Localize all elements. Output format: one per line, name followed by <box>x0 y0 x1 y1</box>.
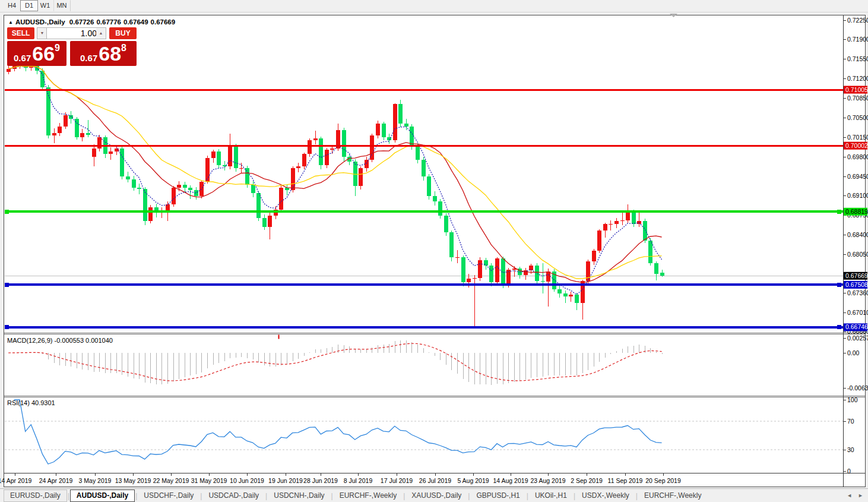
level-handle[interactable] <box>5 325 9 329</box>
tab-eurchf-weekly[interactable]: EURCHF-,Weekly <box>638 490 707 501</box>
candle-body <box>268 216 272 227</box>
candle-body <box>217 151 221 165</box>
tab-scroll-arrows: ◄ ► <box>847 492 863 498</box>
candle-body <box>302 154 306 166</box>
tab-audusd-daily[interactable]: AUDUSD-,Daily <box>70 490 135 502</box>
candle-body <box>376 124 380 136</box>
level-handle[interactable] <box>837 283 841 287</box>
sell-price-main: 66 <box>32 42 55 65</box>
candle-body <box>648 241 652 263</box>
date-label: 14 Apr 2019 <box>0 477 31 484</box>
sell-price-pipette: 9 <box>55 43 60 53</box>
tab-gbpusd-h1[interactable]: GBPUSD-,H1 <box>470 490 525 501</box>
tab-ukoil-h1[interactable]: UKOil-,H1 <box>529 490 573 501</box>
candle-body <box>245 168 249 185</box>
date-label: 28 Jun 2019 <box>303 477 338 484</box>
candle-body <box>256 193 261 218</box>
macd-axis-label: -0.006326 <box>847 384 868 392</box>
tab-scroll-right-icon[interactable]: ► <box>858 492 863 498</box>
sell-price-prefix: 0.67 <box>14 53 31 63</box>
candle-body <box>603 224 607 231</box>
date-label: 10 Jun 2019 <box>230 477 264 484</box>
volume-input[interactable]: 1.00 <box>46 27 99 39</box>
price-tick-label: 0.69450 <box>847 173 868 180</box>
symbol-tab-bar: EURUSD-,Daily|AUDUSD-,Daily|USDCHF-,Dail… <box>0 488 868 502</box>
ohlc-low: 0.67649 <box>123 18 148 26</box>
candle-body <box>416 146 420 159</box>
candle-body <box>137 188 141 189</box>
price-tick-label: 0.72250 <box>847 17 868 24</box>
date-label: 23 Aug 2019 <box>531 477 566 484</box>
candle-body <box>58 127 62 133</box>
trading-platform-window: { "toolbar": {"timeframes": ["H4", "D1",… <box>0 0 868 502</box>
level-handle[interactable] <box>837 325 841 329</box>
volume-increase-button[interactable]: ▲ <box>96 27 106 39</box>
rsi-indicator-label: RSI(14) 40.9301 <box>7 399 55 406</box>
candle-body <box>291 168 295 191</box>
candle-body <box>404 124 408 127</box>
sell-button[interactable]: SELL <box>7 27 34 39</box>
candle-body <box>620 220 625 221</box>
autoscroll-icon[interactable] <box>670 14 677 17</box>
tab-usdcnh-daily[interactable]: USDCNH-,Daily <box>268 490 330 501</box>
price-tick-label: 0.68050 <box>847 251 868 258</box>
chart-canvas[interactable]: 0.722500.719000.715500.712000.708500.705… <box>0 0 868 502</box>
candle-body <box>495 258 499 282</box>
tab-usdchf-daily[interactable]: USDCHF-,Daily <box>138 490 199 501</box>
date-label: 24 Apr 2019 <box>39 477 73 484</box>
candle-body <box>467 279 471 283</box>
candle-body <box>148 207 153 221</box>
candle-body <box>478 260 482 278</box>
price-tick-label: 0.70500 <box>847 114 868 121</box>
price-tick-label: 0.71200 <box>847 75 868 82</box>
macd-axis-label: 0.00 <box>847 349 860 356</box>
candle-body <box>382 124 386 137</box>
candle-body <box>228 146 232 166</box>
candle-body <box>597 231 601 251</box>
candle-body <box>120 149 124 176</box>
candle-body <box>398 104 403 124</box>
tab-usdcad-daily[interactable]: USDCAD-,Daily <box>202 490 265 501</box>
candle-body <box>172 188 176 204</box>
buy-price-display[interactable]: 0.67688 <box>70 41 137 66</box>
price-tick-label: 0.67010 <box>847 309 868 316</box>
candle-body <box>575 295 579 303</box>
macd-panel: 0.0025740.00-0.006326 <box>8 334 868 392</box>
tab-eurchf-weekly[interactable]: EURCHF-,Weekly <box>334 490 403 501</box>
rsi-axis-label: 70 <box>847 418 854 425</box>
candle-body <box>489 266 493 282</box>
candle-body <box>438 201 442 215</box>
level-handle[interactable] <box>5 283 9 287</box>
candle-body <box>370 135 374 159</box>
macd-axis-label: 0.002574 <box>847 334 868 342</box>
tab-xauusd-daily[interactable]: XAUUSD-,Daily <box>406 490 467 501</box>
candle-body <box>199 182 204 195</box>
candle-body <box>239 168 243 169</box>
date-label: 19 Jun 2019 <box>268 477 303 484</box>
level-handle[interactable] <box>837 210 841 214</box>
date-label: 13 May 2019 <box>115 477 151 484</box>
candle-body <box>632 213 636 224</box>
candle-body <box>433 196 437 201</box>
chevron-down-icon: ▼ <box>40 31 45 35</box>
collapse-triangle-icon[interactable]: ▲ <box>8 20 13 25</box>
level-handle[interactable] <box>5 210 9 214</box>
candle-body <box>251 185 255 193</box>
candle-body <box>330 149 334 150</box>
tab-scroll-left-icon[interactable]: ◄ <box>847 492 852 498</box>
level-price-label: 0.67508 <box>845 281 868 288</box>
tab-eurusd-daily[interactable]: EURUSD-,Daily <box>4 490 67 502</box>
candle-body <box>455 257 460 258</box>
horizontal-levels <box>5 90 843 329</box>
tab-usdx-weekly[interactable]: USDX-,Weekly <box>576 490 635 501</box>
candle-body <box>359 168 363 186</box>
candle-body <box>52 133 56 136</box>
candle-body <box>535 266 539 280</box>
buy-button[interactable]: BUY <box>109 27 137 39</box>
ohlc-open: 0.67726 <box>69 18 94 26</box>
candle-body <box>188 188 192 191</box>
level-price-label: 0.68819 <box>845 208 868 215</box>
candle-body <box>234 146 238 168</box>
candle-body <box>211 151 216 158</box>
sell-price-display[interactable]: 0.67669 <box>7 41 66 66</box>
